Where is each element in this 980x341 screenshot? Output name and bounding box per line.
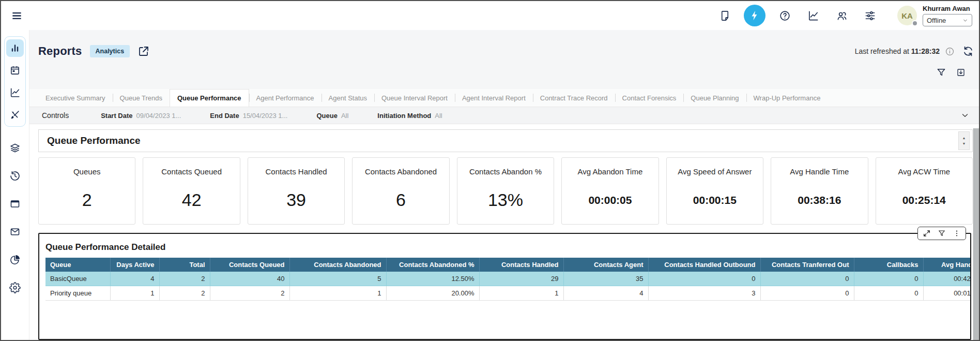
column-header-queue[interactable]: Queue — [45, 258, 110, 272]
people-button[interactable] — [832, 6, 851, 25]
kpi-label: Queues — [73, 167, 101, 176]
sidebar-item-layers[interactable] — [6, 139, 24, 157]
expand-button[interactable] — [923, 229, 931, 238]
column-header-avg-handl[interactable]: Avg Handl. — [923, 258, 970, 272]
value-stepper[interactable]: ▲ ▼ — [958, 131, 970, 150]
kpi-value-wrap: 00:38:16 — [798, 176, 841, 224]
kpi-value-wrap: 42 — [182, 176, 202, 224]
line-chart-button[interactable] — [804, 6, 822, 25]
kpi-card-queues: Queues2 — [38, 157, 135, 225]
sidebar-item-gear[interactable] — [6, 279, 24, 296]
calendar-icon — [9, 65, 21, 76]
table-cell: 2 — [159, 272, 210, 286]
kpi-value-wrap: 00:25:14 — [902, 176, 946, 224]
table-header-row: QueueDays ActiveTotalContacts QueuedCont… — [45, 258, 970, 272]
note-icon — [719, 10, 731, 22]
table-cell: 1 — [289, 286, 386, 301]
tab-queue-trends[interactable]: Queue Trends — [113, 89, 170, 107]
kebab-menu-button[interactable] — [953, 229, 961, 238]
kpi-card-avg-acw-time: Avg ACW Time00:25:14 — [876, 157, 973, 225]
kpi-value: 6 — [396, 190, 406, 210]
report-tabs: Executive SummaryQueue TrendsQueue Perfo… — [29, 89, 979, 107]
column-header-contacts-handled-outbound[interactable]: Contacts Handled Outbound — [648, 258, 760, 272]
column-header-contacts-tranferred-out[interactable]: Contacts Tranferred Out — [760, 258, 854, 272]
status-select-value: Offline — [927, 17, 946, 24]
window-icon — [9, 198, 21, 210]
sidebar-item-history[interactable] — [6, 167, 24, 185]
tab-queue-planning[interactable]: Queue Planning — [683, 89, 746, 107]
download-button[interactable] — [956, 67, 966, 78]
topbar: KA Khurram Awan Offline — [1, 1, 979, 30]
sidebar-item-pie-chart[interactable] — [6, 251, 24, 269]
kpi-value-wrap: 13% — [488, 176, 523, 224]
user-name: Khurram Awan — [923, 5, 972, 12]
lightning-button[interactable] — [744, 5, 765, 26]
section-title: Queue Performance — [47, 135, 141, 146]
column-header-callbacks[interactable]: Callbacks — [854, 258, 923, 272]
sidebar-item-calendar[interactable] — [6, 62, 24, 79]
tab-agent-interval-report[interactable]: Agent Interval Report — [455, 89, 533, 107]
filter-value: All — [435, 112, 442, 120]
tab-queue-interval-report[interactable]: Queue Interval Report — [374, 89, 455, 107]
kpi-card-contacts-handled: Contacts Handled39 — [248, 157, 345, 225]
table-row[interactable]: Priority queue122120.00%1430000:01:1 — [45, 286, 970, 301]
kpi-value: 00:25:14 — [902, 194, 946, 206]
filter-value: All — [341, 112, 348, 120]
tab-contract-trace-record[interactable]: Contract Trace Record — [533, 89, 615, 107]
column-header-contacts-handled[interactable]: Contacts Handled — [479, 258, 563, 272]
filter-end-date[interactable]: End Date15/04/2023 1... — [210, 112, 287, 120]
sidebar-item-window[interactable] — [6, 195, 24, 213]
tab-contact-forensics[interactable]: Contact Forensics — [615, 89, 684, 107]
kpi-label: Contacts Abandoned — [365, 167, 437, 176]
column-header-contacts-abandoned[interactable]: Contacts Abandoned % — [386, 258, 479, 272]
note-button[interactable] — [715, 6, 734, 25]
user-block: KA Khurram Awan Offline — [897, 5, 972, 26]
refresh-button[interactable] — [962, 46, 974, 57]
help-button[interactable] — [775, 6, 794, 25]
tab-agent-performance[interactable]: Agent Performance — [249, 89, 321, 107]
sidebar-item-brush[interactable] — [6, 106, 24, 124]
sidebar-item-line-chart[interactable] — [6, 84, 24, 101]
table-cell: 0 — [854, 272, 923, 286]
kpi-label: Avg Abandon Time — [578, 167, 643, 176]
status-select[interactable]: Offline — [923, 14, 972, 26]
filter-label: Start Date — [101, 112, 132, 120]
info-icon[interactable] — [945, 47, 955, 56]
column-header-days-active[interactable]: Days Active — [110, 258, 159, 272]
kpi-label: Avg Handle Time — [790, 167, 849, 176]
table-row[interactable]: BasicQueue4240512.50%293500000:42:2 — [45, 272, 970, 286]
sidebar-item-bar-chart[interactable] — [6, 39, 24, 57]
filter-value: 09/04/2023 1... — [136, 112, 181, 120]
menu-button[interactable] — [9, 8, 24, 23]
column-header-contacts-abandoned[interactable]: Contacts Abandoned — [289, 258, 386, 272]
table-cell: 00:42:2 — [923, 272, 970, 286]
brush-icon — [9, 109, 21, 121]
avatar[interactable]: KA — [897, 6, 917, 25]
table-cell: BasicQueue — [45, 272, 110, 286]
column-header-total[interactable]: Total — [159, 258, 210, 272]
table-container: QueueDays ActiveTotalContacts QueuedCont… — [45, 258, 970, 301]
filter-button[interactable] — [936, 67, 946, 78]
vertical-scrollbar[interactable] — [973, 128, 979, 340]
tab-wrap-up-performance[interactable]: Wrap-Up Performance — [746, 89, 828, 107]
kpi-value: 00:00:15 — [693, 194, 737, 206]
tab-agent-status[interactable]: Agent Status — [321, 89, 374, 107]
tab-executive-summary[interactable]: Executive Summary — [38, 89, 113, 107]
tab-label: Agent Performance — [256, 94, 314, 102]
column-header-contacts-queued[interactable]: Contacts Queued — [210, 258, 289, 272]
filter-start-date[interactable]: Start Date09/04/2023 1... — [101, 112, 181, 120]
column-header-contacts-agent[interactable]: Contacts Agent — [563, 258, 648, 272]
table-cell: 0 — [648, 272, 760, 286]
tab-queue-performance[interactable]: Queue Performance — [170, 89, 249, 107]
filter-queue[interactable]: QueueAll — [316, 112, 348, 120]
sliders-button[interactable] — [861, 6, 879, 25]
widget-filter-button[interactable] — [938, 229, 946, 238]
kpi-value: 39 — [286, 190, 306, 210]
kpi-label: Contacts Handled — [265, 167, 327, 176]
user-info: Khurram Awan Offline — [923, 5, 972, 26]
sidebar-item-mail[interactable] — [6, 223, 24, 241]
external-link-button[interactable] — [137, 45, 150, 57]
kpi-card-avg-speed-of-answer: Avg Speed of Answer00:00:15 — [666, 157, 763, 225]
filter-initiation-method[interactable]: Initiation MethodAll — [377, 112, 442, 120]
controls-collapse-button[interactable] — [960, 111, 970, 120]
